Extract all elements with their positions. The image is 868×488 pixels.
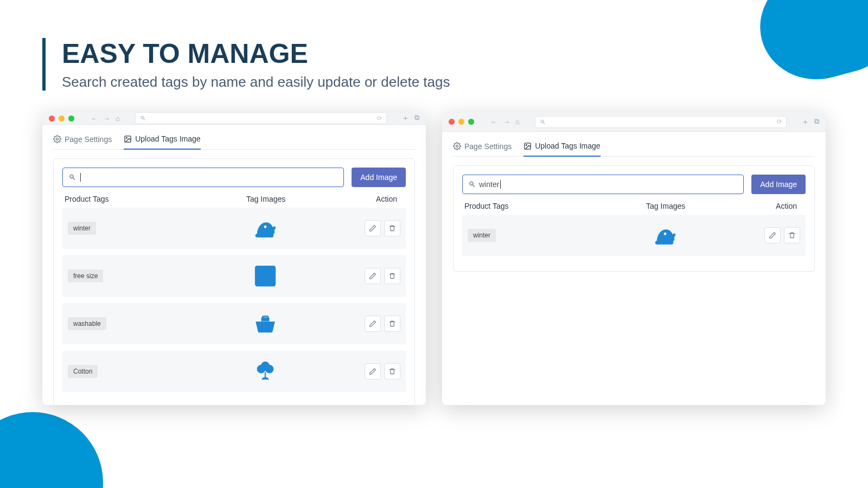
edit-button[interactable] (365, 316, 381, 332)
search-input[interactable]: 🔍︎ (62, 168, 344, 187)
delete-button[interactable] (384, 220, 400, 236)
tab-upload-label: Upload Tags Image (535, 142, 600, 150)
pencil-icon (769, 232, 776, 239)
trash-icon (388, 368, 396, 375)
image-icon (524, 142, 532, 150)
col-action: Action (340, 195, 404, 203)
tag-pill: free size (68, 269, 103, 282)
trash-icon (388, 224, 396, 232)
santa-hat-icon (650, 220, 680, 251)
tags-card: 🔍︎ winter Add Image Product Tags Tag Ima… (453, 165, 815, 272)
add-image-button[interactable]: Add Image (352, 168, 406, 187)
new-tab-icon[interactable]: ＋ (802, 117, 809, 127)
gear-icon (53, 135, 61, 143)
col-action: Action (740, 202, 803, 210)
col-tag-images: Tag Images (192, 195, 340, 203)
delete-button[interactable] (384, 268, 400, 284)
refresh-icon[interactable]: ⟳ (777, 118, 782, 125)
copy-window-icon[interactable]: ⧉ (414, 113, 419, 123)
window-min-dot[interactable] (59, 115, 65, 121)
window-close-dot[interactable] (49, 115, 55, 121)
col-tag-images: Tag Images (591, 202, 739, 210)
tab-page-settings-label: Page Settings (65, 135, 112, 144)
edit-button[interactable] (365, 363, 381, 380)
copy-window-icon[interactable]: ⧉ (814, 117, 819, 127)
tags-card: 🔍︎ Add Image Product Tags Tag Images Act… (53, 158, 415, 405)
delete-button[interactable] (384, 316, 400, 332)
delete-button[interactable] (384, 363, 400, 380)
nav-forward-icon[interactable]: → (103, 114, 110, 123)
svg-rect-6 (263, 317, 267, 318)
search-icon: 🔍︎ (468, 180, 476, 189)
nav-home-icon[interactable]: ⌂ (515, 118, 520, 126)
page-title: EASY TO MANAGE (62, 38, 826, 69)
search-icon: 🔍︎ (68, 173, 76, 182)
tab-page-settings[interactable]: Page Settings (53, 130, 112, 149)
tab-page-settings-label: Page Settings (464, 142, 512, 151)
browser-chrome: ← → ⌂ 🔍︎⟳ ＋ ⧉ (42, 112, 426, 125)
pencil-icon (369, 224, 376, 232)
tag-pill: winter (68, 222, 96, 235)
search-value: winter (479, 180, 499, 189)
nav-back-icon[interactable]: ← (91, 114, 98, 123)
svg-point-9 (261, 362, 269, 370)
search-input[interactable]: 🔍︎ winter (462, 175, 744, 194)
svg-rect-13 (655, 241, 673, 245)
svg-rect-3 (256, 234, 273, 237)
text-cursor (80, 173, 81, 182)
search-icon: 🔍︎ (540, 119, 546, 125)
tag-pill: washable (68, 317, 106, 330)
table-row: free size (62, 255, 406, 297)
window-max-dot[interactable] (68, 115, 74, 121)
table-row: winter (462, 215, 806, 256)
cotton-icon (250, 356, 280, 387)
pencil-icon (369, 272, 376, 280)
browser-chrome: ← → ⌂ 🔍︎⟳ ＋ ⧉ (442, 112, 826, 132)
svg-point-5 (263, 269, 267, 273)
add-image-button[interactable]: Add Image (751, 175, 806, 194)
new-tab-icon[interactable]: ＋ (402, 113, 409, 123)
tab-page-settings[interactable]: Page Settings (453, 137, 512, 156)
table-row: washable (62, 303, 406, 344)
tag-pill: winter (468, 229, 496, 242)
tab-upload-tags-image[interactable]: Upload Tags Image (124, 130, 200, 150)
text-cursor (500, 180, 501, 189)
trash-icon (388, 320, 396, 328)
url-bar[interactable]: 🔍︎⟳ (535, 116, 787, 128)
edit-button[interactable] (764, 227, 781, 243)
search-icon: 🔍︎ (140, 115, 146, 121)
browser-window-right: ← → ⌂ 🔍︎⟳ ＋ ⧉ Page Settings (442, 112, 826, 405)
url-bar[interactable]: 🔍︎⟳ (135, 112, 387, 124)
table-row: winter (62, 208, 406, 249)
trash-icon (788, 232, 796, 239)
nav-back-icon[interactable]: ← (490, 118, 497, 126)
refresh-icon[interactable]: ⟳ (377, 115, 382, 122)
edit-button[interactable] (365, 220, 381, 236)
pencil-icon (369, 368, 376, 375)
nav-home-icon[interactable]: ⌂ (116, 114, 120, 123)
delete-button[interactable] (784, 227, 800, 243)
table-row: Cotton (62, 351, 406, 392)
window-min-dot[interactable] (458, 119, 464, 125)
edit-button[interactable] (365, 268, 381, 284)
image-icon (124, 135, 132, 143)
tag-pill: Cotton (68, 365, 98, 378)
svg-point-0 (56, 138, 59, 140)
svg-point-2 (126, 137, 127, 138)
browser-window-left: ← → ⌂ 🔍︎⟳ ＋ ⧉ Page Settings (42, 112, 426, 405)
window-close-dot[interactable] (449, 119, 455, 125)
measure-icon (250, 261, 280, 291)
svg-point-12 (526, 144, 527, 145)
svg-point-10 (456, 145, 458, 147)
nav-forward-icon[interactable]: → (503, 118, 510, 126)
col-product-tags: Product Tags (65, 195, 192, 203)
trash-icon (388, 272, 396, 280)
tab-upload-label: Upload Tags Image (135, 134, 200, 143)
page-subtitle: Search created tags by name and easily u… (62, 74, 826, 91)
decorative-blob-bottom (0, 412, 103, 488)
col-product-tags: Product Tags (464, 202, 591, 210)
gear-icon (453, 142, 461, 150)
tab-upload-tags-image[interactable]: Upload Tags Image (524, 137, 600, 157)
window-max-dot[interactable] (468, 119, 474, 125)
wash-icon (250, 309, 280, 339)
